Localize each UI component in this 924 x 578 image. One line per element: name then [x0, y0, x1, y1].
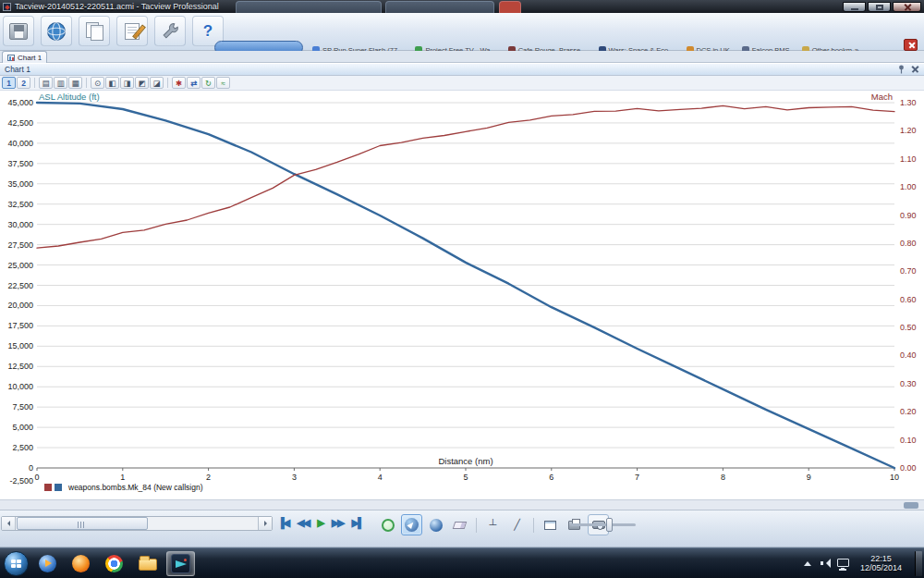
show-desktop-button[interactable]	[915, 551, 922, 576]
chart-panel-header: Chart 1	[0, 63, 924, 76]
tools-button[interactable]	[154, 16, 186, 46]
window-titlebar[interactable]: Tacview-20140512-220511.acmi - Tacview P…	[0, 0, 924, 13]
scale-up-button[interactable]: ◩	[135, 77, 149, 89]
right-tick-label: 0.50	[900, 323, 917, 332]
scroll-right-arrow[interactable]	[258, 517, 272, 530]
edit-button[interactable]	[116, 16, 148, 46]
x-tick-label: 9	[807, 473, 811, 482]
globe-view-button[interactable]	[425, 514, 446, 535]
left-tick-label: 22,500	[7, 281, 33, 290]
left-tick-label: 32,500	[7, 200, 33, 209]
slider-thumb[interactable]	[606, 518, 613, 532]
legend-label: weapons.bombs.Mk_84 (New callsign)	[68, 483, 203, 492]
axes-preset-1-button[interactable]: 1	[2, 77, 16, 89]
save-button[interactable]	[3, 16, 34, 46]
chart-style-lines-button[interactable]: ▤	[39, 77, 53, 89]
document-tab-strip: Chart 1	[0, 51, 924, 63]
axes-preset-2-button[interactable]: 2	[17, 77, 30, 89]
browser-tab[interactable]	[385, 1, 494, 13]
left-tick-label: 15,000	[7, 341, 33, 350]
strip-thumb[interactable]	[904, 502, 918, 509]
globe-icon	[430, 519, 443, 532]
browser-tab[interactable]	[236, 1, 382, 13]
left-tick-label: 2,500	[12, 443, 33, 452]
chart-icon	[7, 55, 15, 61]
start-button[interactable]	[4, 551, 29, 576]
minimize-button[interactable]	[843, 2, 866, 12]
chart-area[interactable]: 01234567891045,00042,50040,00037,50035,0…	[0, 91, 924, 499]
ruler-icon: ╱	[514, 520, 520, 530]
right-tick-label: 0.30	[900, 379, 917, 388]
right-tick-label: 0.80	[900, 239, 917, 248]
tab-label: Chart 1	[18, 54, 42, 62]
x-tick-label: 5	[463, 473, 468, 482]
clear-chart-button[interactable]: ✱	[172, 77, 186, 89]
disk-icon	[9, 23, 28, 40]
eraser-button[interactable]	[449, 514, 470, 535]
mach-series-line	[37, 105, 894, 248]
fast-forward-button[interactable]: ▶▶	[332, 517, 344, 529]
map-view-button[interactable]	[377, 514, 398, 535]
play-button[interactable]: ▶	[317, 517, 322, 529]
x-axis-title: Distance (nm)	[438, 456, 492, 466]
left-tick-label: 37,500	[7, 159, 33, 168]
maximize-button[interactable]	[868, 2, 891, 12]
browser-close-button[interactable]	[904, 39, 918, 51]
panel-title: Chart 1	[5, 65, 30, 74]
taskbar-tacview[interactable]	[166, 551, 195, 576]
taskbar-explorer[interactable]	[133, 551, 162, 576]
telemetry-button[interactable]: ┴	[482, 514, 504, 535]
clock-time: 22:15	[870, 554, 892, 564]
horizontal-scrollbar[interactable]	[1, 516, 273, 531]
skip-to-end-button[interactable]: ▶▌	[352, 517, 363, 529]
scale-left-axis-button[interactable]: ◧	[105, 77, 119, 89]
pin-icon[interactable]	[897, 65, 906, 74]
rewind-button[interactable]: ◀◀	[297, 517, 309, 529]
x-tick-label: 3	[292, 473, 297, 482]
taskbar-firefox[interactable]	[67, 551, 95, 576]
x-tick-label: 10	[890, 473, 899, 482]
window-controls	[843, 2, 921, 12]
scale-down-button[interactable]: ◪	[150, 77, 164, 89]
taskbar-chrome[interactable]	[100, 551, 128, 576]
left-tick-label: 40,000	[7, 139, 33, 148]
network-button[interactable]	[837, 555, 849, 572]
chart-svg[interactable]: 01234567891045,00042,50040,00037,50035,0…	[0, 91, 924, 499]
right-tick-label: 0.10	[900, 436, 917, 445]
skip-to-start-button[interactable]: ▐◀	[277, 517, 288, 529]
speed-slider[interactable]	[571, 523, 636, 526]
toolbar-buttons: ?	[3, 16, 224, 46]
left-tick-label: 25,000	[7, 261, 33, 270]
chart-toolbar: 12▤▥▦⊙◧◨◩◪✱⇄↻≈	[0, 76, 924, 91]
scale-right-axis-button[interactable]: ◨	[120, 77, 134, 89]
x-tick-label: 1	[120, 473, 125, 482]
x-tick-label: 8	[721, 473, 725, 482]
world-view-button[interactable]	[401, 514, 422, 535]
volume-button[interactable]	[820, 555, 832, 572]
browser-tab[interactable]	[499, 1, 521, 13]
chart-style-grid-button[interactable]: ▦	[68, 77, 82, 89]
globe-button[interactable]	[41, 16, 72, 46]
chart-style-bars-button[interactable]: ▥	[54, 77, 67, 89]
left-tick-label: 35,000	[7, 179, 33, 189]
chart-bottom-strip[interactable]	[0, 499, 924, 510]
close-button[interactable]	[893, 2, 921, 12]
layout-button[interactable]	[540, 514, 561, 535]
scrollbar-thumb[interactable]	[17, 517, 148, 530]
taskbar-clock[interactable]: 22:15 12/05/2014	[855, 554, 907, 573]
windows-flag-icon	[11, 560, 22, 569]
scroll-left-arrow[interactable]	[2, 517, 16, 530]
tab-chart-1[interactable]: Chart 1	[2, 51, 47, 63]
tray-expand-button[interactable]	[802, 555, 814, 572]
swap-axes-button[interactable]: ⇄	[187, 77, 201, 89]
taskbar-media-player[interactable]	[33, 551, 62, 576]
left-tick-label: 42,500	[7, 118, 33, 128]
zoom-button[interactable]: ⊙	[91, 77, 104, 89]
auto-scale-button[interactable]: ≈	[216, 77, 230, 89]
panel-close-icon[interactable]	[911, 66, 919, 74]
left-tick-label: 30,000	[7, 220, 33, 229]
measure-button[interactable]: ╱	[506, 514, 528, 535]
refresh-chart-button[interactable]: ↻	[201, 77, 215, 89]
documents-button[interactable]	[79, 16, 110, 46]
media-player-icon	[39, 555, 56, 572]
